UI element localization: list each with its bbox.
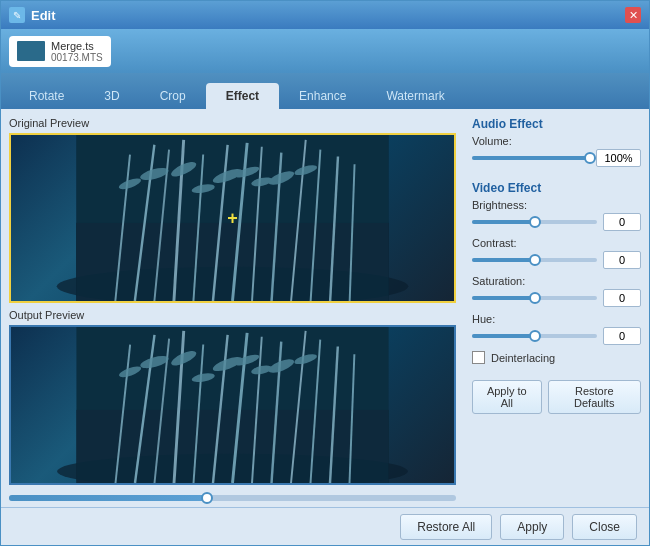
brightness-thumb[interactable] bbox=[529, 216, 541, 228]
contrast-thumb[interactable] bbox=[529, 254, 541, 266]
file-sub: 00173.MTS bbox=[51, 52, 103, 63]
saturation-slider-row bbox=[472, 289, 641, 307]
audio-effect-title: Audio Effect bbox=[472, 117, 641, 131]
volume-row: Volume: bbox=[472, 135, 641, 167]
tab-enhance[interactable]: Enhance bbox=[279, 83, 366, 109]
original-preview-label: Original Preview bbox=[9, 117, 456, 129]
contrast-fill bbox=[472, 258, 535, 262]
file-bar: Merge.ts 00173.MTS bbox=[1, 29, 649, 73]
main-window: ✎ Edit ✕ Merge.ts 00173.MTS Rotate 3D Cr… bbox=[0, 0, 650, 546]
audio-effect-section: Audio Effect Volume: bbox=[472, 117, 641, 173]
contrast-label: Contrast: bbox=[472, 237, 641, 249]
volume-input[interactable] bbox=[596, 149, 641, 167]
restore-all-button[interactable]: Restore All bbox=[400, 514, 492, 540]
volume-track-thumb[interactable] bbox=[584, 152, 596, 164]
app-icon: ✎ bbox=[9, 7, 25, 23]
apply-to-all-button[interactable]: Apply to All bbox=[472, 380, 542, 414]
saturation-track[interactable] bbox=[472, 296, 597, 300]
deinterlacing-label: Deinterlacing bbox=[491, 352, 555, 364]
hue-thumb[interactable] bbox=[529, 330, 541, 342]
brightness-track[interactable] bbox=[472, 220, 597, 224]
original-preview-image: + bbox=[11, 135, 454, 301]
right-panel: Audio Effect Volume: Video Effect bbox=[464, 109, 649, 507]
seekbar-fill bbox=[9, 495, 206, 501]
volume-slider-row bbox=[472, 149, 641, 167]
apply-button[interactable]: Apply bbox=[500, 514, 564, 540]
volume-track[interactable] bbox=[472, 156, 590, 160]
hue-row: Hue: bbox=[472, 313, 641, 345]
hue-label: Hue: bbox=[472, 313, 641, 325]
file-name: Merge.ts bbox=[51, 40, 103, 52]
output-preview-label: Output Preview bbox=[9, 309, 456, 321]
tab-bar: Rotate 3D Crop Effect Enhance Watermark bbox=[1, 73, 649, 109]
output-preview-box bbox=[9, 325, 456, 485]
footer: Restore All Apply Close bbox=[1, 507, 649, 545]
tab-3d[interactable]: 3D bbox=[84, 83, 139, 109]
contrast-row: Contrast: bbox=[472, 237, 641, 269]
video-effect-title: Video Effect bbox=[472, 181, 641, 195]
saturation-thumb[interactable] bbox=[529, 292, 541, 304]
contrast-track[interactable] bbox=[472, 258, 597, 262]
tab-rotate[interactable]: Rotate bbox=[9, 83, 84, 109]
file-thumbnail bbox=[17, 41, 45, 61]
saturation-input[interactable] bbox=[603, 289, 641, 307]
saturation-row: Saturation: bbox=[472, 275, 641, 307]
window-title: Edit bbox=[31, 8, 625, 23]
hue-fill bbox=[472, 334, 535, 338]
output-preview-image bbox=[11, 327, 454, 483]
output-preview-section: Output Preview bbox=[9, 309, 456, 485]
seekbar[interactable] bbox=[9, 495, 456, 501]
content-area: Original Preview bbox=[1, 109, 649, 507]
hue-input[interactable] bbox=[603, 327, 641, 345]
close-button[interactable]: Close bbox=[572, 514, 637, 540]
restore-defaults-button[interactable]: Restore Defaults bbox=[548, 380, 642, 414]
brightness-fill bbox=[472, 220, 535, 224]
brightness-row: Brightness: bbox=[472, 199, 641, 231]
brightness-slider-row bbox=[472, 213, 641, 231]
contrast-input[interactable] bbox=[603, 251, 641, 269]
seekbar-thumb[interactable] bbox=[201, 492, 213, 504]
original-preview-section: Original Preview bbox=[9, 117, 456, 303]
left-panel: Original Preview bbox=[1, 109, 464, 507]
deinterlacing-row: Deinterlacing bbox=[472, 351, 641, 364]
title-bar: ✎ Edit ✕ bbox=[1, 1, 649, 29]
saturation-label: Saturation: bbox=[472, 275, 641, 287]
brightness-label: Brightness: bbox=[472, 199, 641, 211]
crop-crosshair: + bbox=[227, 208, 238, 229]
hue-track[interactable] bbox=[472, 334, 597, 338]
original-preview-box: + bbox=[9, 133, 456, 303]
brightness-input[interactable] bbox=[603, 213, 641, 231]
tab-effect[interactable]: Effect bbox=[206, 83, 279, 109]
volume-track-fill bbox=[472, 156, 590, 160]
seekbar-container bbox=[9, 491, 456, 505]
contrast-slider-row bbox=[472, 251, 641, 269]
file-item[interactable]: Merge.ts 00173.MTS bbox=[9, 36, 111, 67]
video-effect-section: Video Effect Brightness: Contrast: bbox=[472, 181, 641, 364]
close-window-button[interactable]: ✕ bbox=[625, 7, 641, 23]
tab-crop[interactable]: Crop bbox=[140, 83, 206, 109]
file-info: Merge.ts 00173.MTS bbox=[51, 40, 103, 63]
volume-label: Volume: bbox=[472, 135, 641, 147]
output-svg bbox=[11, 327, 454, 483]
svg-rect-51 bbox=[77, 327, 389, 483]
saturation-fill bbox=[472, 296, 535, 300]
deinterlacing-checkbox[interactable] bbox=[472, 351, 485, 364]
hue-slider-row bbox=[472, 327, 641, 345]
tab-watermark[interactable]: Watermark bbox=[366, 83, 464, 109]
effect-action-buttons: Apply to All Restore Defaults bbox=[472, 380, 641, 414]
